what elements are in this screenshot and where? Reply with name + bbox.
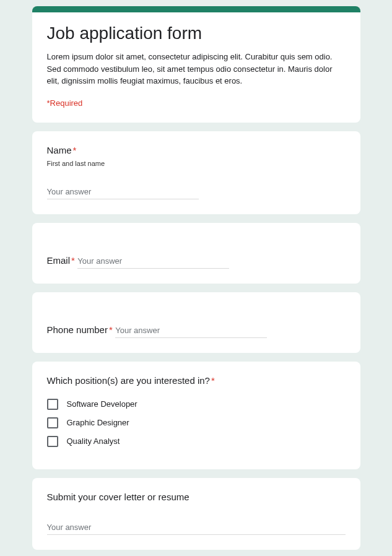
phone-input[interactable] [115,323,267,338]
checkbox-icon [47,436,58,447]
email-input[interactable] [77,254,229,269]
cover-input[interactable] [47,520,346,535]
question-email-card: Email* [32,223,360,284]
required-asterisk: * [73,145,77,155]
positions-label: Which position(s) are you interested in? [47,375,210,386]
checkbox-icon [47,399,58,410]
required-asterisk: * [211,375,215,386]
phone-label: Phone number [47,324,108,335]
form-header-card: Job application form Lorem ipsum dolor s… [32,6,360,123]
form-title: Job application form [47,24,346,43]
checkbox-icon [47,417,58,428]
position-option-label: Software Developer [67,399,137,409]
form-description: Lorem ipsum dolor sit amet, consectetur … [47,51,346,87]
question-cover-card: Submit your cover letter or resume [32,478,360,550]
position-option[interactable]: Software Developer [47,399,346,410]
email-label: Email [47,255,71,266]
name-sublabel: First and last name [47,160,346,167]
question-phone-card: Phone number* [32,292,360,353]
required-asterisk: * [109,324,113,335]
cover-label: Submit your cover letter or resume [47,492,189,502]
name-label: Name [47,145,72,155]
position-option-label: Graphic Designer [67,418,129,427]
question-name-card: Name* First and last name [32,131,360,214]
position-option[interactable]: Quality Analyst [47,436,346,447]
position-option[interactable]: Graphic Designer [47,417,346,428]
question-positions-card: Which position(s) are you interested in?… [32,362,360,469]
name-input[interactable] [47,185,199,199]
required-asterisk: * [71,255,75,266]
required-note: *Required [47,98,346,108]
position-option-label: Quality Analyst [67,437,120,446]
